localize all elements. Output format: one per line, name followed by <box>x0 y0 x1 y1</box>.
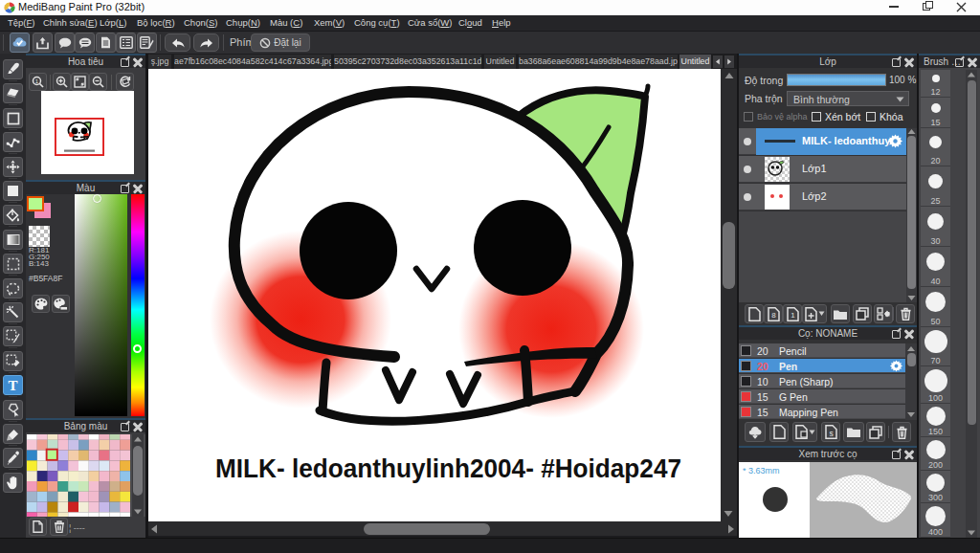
svg-text:s: s <box>829 429 833 438</box>
svg-text:8: 8 <box>771 311 776 320</box>
svg-text:1: 1 <box>791 311 795 320</box>
svg-text:T: T <box>8 378 17 392</box>
svg-text:MILK- ledoanthuylinh2004- #Hoi: MILK- ledoanthuylinh2004- #Hoidap247 <box>215 454 681 483</box>
svg-text:1: 1 <box>35 78 39 84</box>
